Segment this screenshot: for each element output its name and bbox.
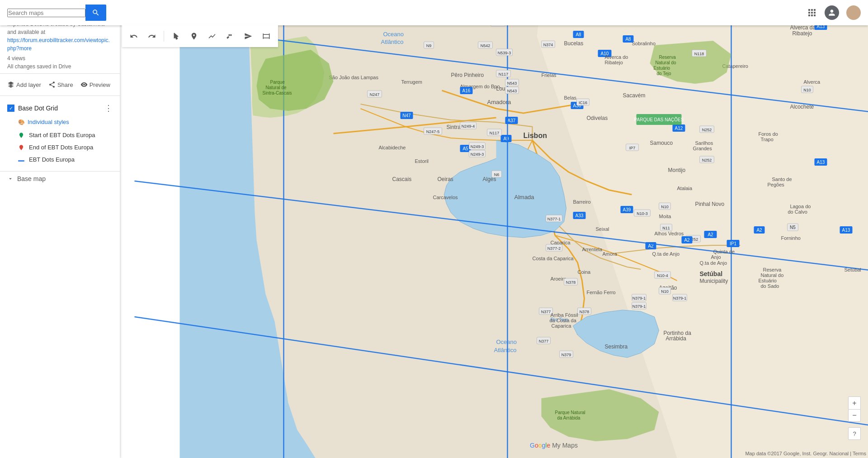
svg-text:Parque: Parque [270,80,285,85]
rectangle-button[interactable] [258,28,274,44]
search-button[interactable] [85,5,106,21]
svg-text:N543: N543 [507,89,517,93]
top-right-icons [807,5,861,20]
layer-item-label: EBT Dots Europa [29,156,75,163]
svg-text:PARQUE DAS NAÇÕES: PARQUE DAS NAÇÕES [634,117,684,122]
svg-text:Sacavém: Sacavém [623,92,646,99]
svg-text:N247-5: N247-5 [426,129,440,134]
zoom-in-button[interactable]: + [848,396,861,409]
svg-text:Estoril: Estoril [415,158,429,164]
svg-text:N378: N378 [580,310,590,314]
list-item: Start of EBT Dots Europa [0,129,120,141]
draw-line-button[interactable] [204,28,220,44]
svg-text:Ribatejo: Ribatejo [605,60,623,65]
svg-text:Pegões: Pegões [768,182,785,187]
layer-section: ✓ Base Dot Grid ⋮ 🎨 Individual styles St… [0,96,120,171]
add-marker-button[interactable] [186,28,202,44]
marker-icon-red [18,144,24,151]
search-input[interactable] [7,9,85,17]
individual-styles-row: 🎨 Individual styles [0,117,120,127]
add-layer-button[interactable]: Add layer [7,78,41,91]
svg-text:Fernão Ferro: Fernão Ferro [587,290,616,295]
svg-text:Bucelas: Bucelas [564,40,584,47]
draw-shape-button[interactable] [240,28,256,44]
svg-text:Amora: Amora [603,251,618,257]
svg-text:Lagoa do: Lagoa do [790,204,811,209]
layer-checkbox[interactable]: ✓ [7,105,14,112]
layer-item-label: Start of EBT Dots Europa [29,132,95,138]
svg-text:da Arrábida: da Arrábida [557,415,581,420]
base-map-toggle[interactable]: Base map [7,175,46,182]
svg-text:Barreiro: Barreiro [573,199,591,205]
list-item: EBT Dots Europa [0,153,120,166]
layer-more-button[interactable]: ⋮ [104,103,113,113]
svg-text:N377: N377 [541,310,551,314]
layer-name: Base Dot Grid [18,105,58,112]
svg-text:A8: A8 [625,37,631,42]
svg-text:N377-1: N377-1 [547,217,561,221]
svg-text:Belas: Belas [564,95,577,100]
svg-text:Alhos Vedros: Alhos Vedros [655,231,684,236]
svg-text:Sintra-Cascais: Sintra-Cascais [263,91,292,95]
svg-text:N10-3: N10-3 [637,211,648,216]
svg-text:Natural do: Natural do [761,272,784,278]
preview-button[interactable]: Preview [80,78,110,91]
svg-text:Arrentela: Arrentela [582,247,603,252]
svg-text:A13: A13 [817,160,825,165]
svg-text:do Sado: do Sado [761,283,779,289]
help-button[interactable]: ? [848,427,861,440]
svg-text:Reserva: Reserva [659,55,676,60]
svg-text:N249-3: N249-3 [471,144,484,149]
svg-text:Trapo: Trapo [761,137,774,142]
measure-button[interactable] [222,28,238,44]
select-tool-button[interactable] [168,28,184,44]
individual-styles-link[interactable]: Individual styles [28,119,69,125]
svg-text:Setúbal: Setúbal [844,267,861,272]
svg-text:Cascais: Cascais [392,176,412,182]
svg-text:Oeiras: Oeiras [438,176,453,182]
svg-text:Anjo: Anjo [711,254,721,260]
svg-text:Caparica: Caparica [552,323,572,329]
sidebar-views: 4 views [7,55,113,62]
redo-button[interactable] [144,28,160,44]
user-avatar[interactable] [846,5,861,20]
account-icon[interactable] [825,5,839,20]
svg-text:Natural do: Natural do [656,60,677,65]
sidebar-link[interactable]: https://forum.eurobilltracker.com/viewto… [7,37,110,52]
svg-text:N247: N247 [370,92,380,97]
map-container[interactable]: Lisbon Amadora Sintra Alcabideche Estori… [120,0,868,458]
svg-text:N117: N117 [490,131,500,135]
share-button[interactable]: Share [48,78,73,91]
svg-text:N378: N378 [566,280,576,285]
svg-text:N249-3: N249-3 [471,152,484,157]
svg-text:A13: A13 [842,228,850,233]
svg-text:Foros do: Foros do [759,131,778,137]
action-buttons: Add layer Share Preview [0,74,120,96]
layer-title-group: ✓ Base Dot Grid [7,105,58,112]
svg-text:N47: N47 [402,113,411,118]
svg-text:Alverca: Alverca [804,79,821,85]
svg-text:Arrábida: Arrábida [666,335,687,342]
svg-text:da Costa da: da Costa da [550,318,577,323]
svg-text:Forninho: Forninho [781,235,801,241]
svg-text:Alverca da: Alverca da [790,24,816,31]
svg-text:N374: N374 [543,43,553,47]
layer-header: ✓ Base Dot Grid ⋮ [0,100,120,117]
svg-text:N252: N252 [702,158,712,162]
svg-text:Sesimbra: Sesimbra [605,344,628,350]
svg-text:N11: N11 [662,226,670,230]
svg-text:N379-1: N379-1 [673,296,687,301]
svg-text:N542: N542 [481,43,491,48]
svg-text:A9: A9 [503,136,509,141]
svg-text:Q.ta de Anjo: Q.ta de Anjo [652,251,680,257]
zoom-out-button[interactable]: − [848,409,861,422]
undo-button[interactable] [126,28,142,44]
svg-text:Moita: Moita [659,214,672,219]
svg-text:Grandes: Grandes [693,146,712,151]
svg-text:Carcavelos: Carcavelos [433,195,458,200]
svg-text:Coina: Coina [578,269,591,275]
apps-icon[interactable] [807,7,817,18]
svg-text:do Tejo: do Tejo [657,71,672,76]
svg-text:IC16: IC16 [579,100,587,105]
svg-text:A16: A16 [462,88,471,93]
